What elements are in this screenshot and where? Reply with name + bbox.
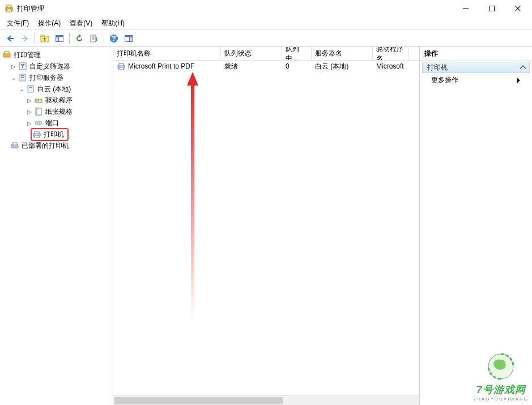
svg-rect-44 [12, 143, 17, 145]
actions-header: 操作 [420, 47, 532, 61]
toolbar: ? [0, 30, 532, 47]
server-icon [18, 73, 27, 82]
actions-section-printers[interactable]: 打印机 [422, 62, 530, 73]
list-row[interactable]: Microsoft Print to PDF 就绪 0 白云 (本地) Micr… [113, 61, 419, 72]
collapse-icon[interactable]: ⌄ [10, 74, 17, 81]
menu-action[interactable]: 操作(A) [35, 18, 64, 29]
cell-driver: Microsoft [373, 62, 409, 70]
titlebar: 打印管理 [0, 0, 532, 17]
app-icon [5, 4, 14, 13]
back-button[interactable] [3, 32, 17, 45]
close-button[interactable] [505, 0, 531, 17]
svg-rect-10 [41, 35, 44, 37]
tree-label: 端口 [45, 118, 59, 128]
svg-rect-31 [29, 87, 32, 88]
menu-view[interactable]: 查看(V) [66, 18, 96, 29]
column-header-name[interactable]: 打印机名称 [113, 47, 221, 60]
tree-label: 驱动程序 [45, 96, 73, 105]
tree-drivers[interactable]: ▷ 驱动程序 [0, 95, 113, 106]
server-icon [26, 84, 35, 93]
tree-deployed-printers[interactable]: 已部署的打印机 [0, 140, 113, 151]
window-title: 打印管理 [17, 4, 453, 14]
list-panel: 打印机名称 队列状态 队列中... 服务器名 驱动程序名 Microsoft P… [113, 47, 420, 405]
tree-label: 打印管理 [14, 50, 41, 60]
cell-name: Microsoft Print to PDF [128, 62, 194, 70]
up-button[interactable] [38, 32, 52, 45]
actions-more-label: 更多操作 [431, 75, 458, 85]
print-management-icon [2, 50, 11, 59]
svg-rect-14 [91, 35, 96, 42]
expand-icon[interactable]: ▷ [10, 63, 17, 70]
tree-print-servers[interactable]: ⌄ 打印服务器 [0, 72, 113, 83]
maximize-button[interactable] [479, 0, 505, 17]
actions-more[interactable]: 更多操作 [420, 73, 532, 87]
minimize-button[interactable] [453, 0, 479, 17]
column-header-driver[interactable]: 驱动程序名 [373, 47, 409, 60]
collapse-icon[interactable] [520, 65, 526, 70]
column-header-status[interactable]: 队列状态 [221, 47, 282, 60]
svg-rect-37 [36, 121, 41, 125]
svg-rect-1 [7, 5, 11, 7]
show-hide-tree-button[interactable] [53, 32, 66, 45]
tree-label: 白云 (本地) [37, 84, 71, 94]
tree-ports[interactable]: ▷ 端口 [0, 117, 113, 129]
svg-rect-42 [35, 135, 39, 138]
svg-rect-2 [7, 9, 11, 12]
tree-label: 已部署的打印机 [22, 141, 69, 151]
printer-icon [117, 62, 126, 71]
svg-rect-23 [130, 37, 133, 41]
expand-icon[interactable]: ▷ [26, 97, 33, 104]
annotation-arrow-icon [186, 72, 199, 321]
refresh-button[interactable] [73, 32, 86, 45]
tree-paper[interactable]: ▷ 纸张规格 [0, 106, 113, 117]
export-list-button[interactable] [87, 32, 101, 45]
expand-icon[interactable]: ▷ [26, 120, 33, 126]
help-button[interactable]: ? [107, 32, 121, 45]
forward-button[interactable] [18, 32, 32, 45]
separator [69, 33, 70, 44]
horizontal-scrollbar[interactable] [113, 395, 419, 405]
column-header-server[interactable]: 服务器名 [312, 47, 373, 60]
svg-point-33 [36, 100, 37, 101]
svg-rect-13 [56, 37, 59, 41]
cell-server: 白云 (本地) [312, 62, 373, 71]
tree-local-server[interactable]: ⌄ 白云 (本地) [0, 83, 113, 95]
content-area: 打印管理 ▷ 自定义筛选器 ⌄ 打印服务器 [0, 47, 532, 405]
svg-text:?: ? [112, 35, 116, 42]
collapse-icon[interactable]: ⌄ [18, 86, 25, 92]
tree-label: 纸张规格 [45, 107, 73, 117]
tree-printers-selected[interactable]: 打印机 [0, 129, 113, 140]
svg-rect-38 [37, 122, 38, 123]
ports-icon [34, 118, 43, 127]
toggle-actions-pane-button[interactable] [122, 32, 135, 45]
menu-file[interactable]: 文件(F) [3, 18, 32, 29]
tree-custom-filters[interactable]: ▷ 自定义筛选器 [0, 61, 113, 72]
globe-icon [486, 351, 516, 382]
list-header: 打印机名称 队列状态 队列中... 服务器名 驱动程序名 [113, 47, 419, 61]
expand-icon[interactable]: ▷ [26, 108, 33, 115]
watermark-main-text: 7号游戏网 [474, 383, 529, 397]
watermark: 7号游戏网 7HAOYOUXIWANG [474, 351, 529, 402]
svg-rect-39 [39, 122, 40, 123]
drivers-icon [34, 96, 43, 105]
printer-icon [32, 130, 41, 139]
chevron-right-icon [516, 78, 521, 83]
actions-section-label: 打印机 [427, 63, 448, 73]
separator [35, 33, 35, 44]
watermark-sub-text: 7HAOYOUXIWANG [474, 397, 529, 402]
svg-rect-28 [21, 75, 24, 76]
printer-icon [10, 141, 19, 150]
scrollbar-thumb[interactable] [114, 397, 283, 404]
tree-label: 打印机 [44, 130, 64, 139]
paper-icon [34, 107, 43, 116]
filter-icon [18, 62, 27, 71]
svg-rect-29 [21, 77, 24, 78]
svg-rect-47 [119, 67, 124, 70]
svg-point-34 [38, 100, 39, 101]
tree-panel[interactable]: 打印管理 ▷ 自定义筛选器 ⌄ 打印服务器 [0, 47, 113, 405]
svg-rect-36 [37, 108, 41, 115]
column-header-queue[interactable]: 队列中... [282, 47, 312, 60]
tree-root[interactable]: 打印管理 [0, 49, 113, 61]
list-body[interactable]: Microsoft Print to PDF 就绪 0 白云 (本地) Micr… [113, 61, 419, 395]
menu-help[interactable]: 帮助(H) [98, 18, 128, 29]
